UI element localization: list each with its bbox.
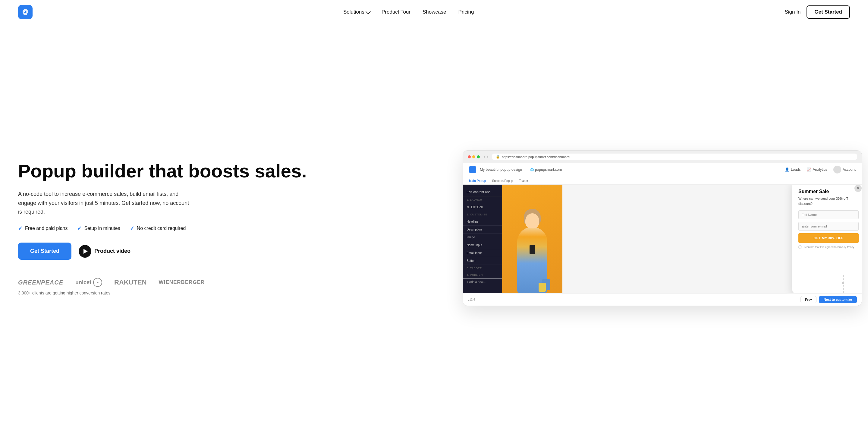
hero-clients-text: 3,000+ clients are getting higher conver… [18, 290, 451, 295]
dash-logo-icon [469, 166, 476, 173]
field-item-description[interactable]: Description [463, 226, 502, 233]
hero-title: Popup builder that boosts sales. [18, 161, 451, 181]
dash-nav-analytics[interactable]: 📈 Analytics [807, 167, 827, 172]
check-item-setup: ✓ Setup in minutes [77, 225, 120, 232]
field-item-image[interactable]: Image [463, 233, 502, 242]
popup-email-input[interactable] [798, 222, 859, 231]
product-video-label: Product video [94, 248, 130, 254]
model-image-container [502, 184, 562, 293]
back-icon: ‹ [484, 154, 485, 159]
popup-tabs: Main Popup Success Popup Teaser [463, 176, 862, 184]
popup-checkbox-area: I confirm that I've agreed to Privacy Po… [798, 245, 859, 249]
brand-wienerberger: wienerberger [159, 279, 205, 285]
tab-main-popup[interactable]: Main Popup [466, 178, 489, 184]
popup-form-preview: ✕ Summer Sale Where can we send your 30%… [792, 184, 862, 293]
check-icon-noccard: ✓ [130, 225, 134, 232]
section-label-2: 2. Customize [463, 211, 502, 218]
bottom-bar-actions: Prev Next to customize [801, 296, 857, 303]
check-icon-setup: ✓ [77, 225, 82, 232]
fields-list: Headline Description Image Name Input Em… [463, 218, 502, 265]
model-image [502, 184, 562, 293]
play-icon [79, 245, 91, 258]
section-label-1: 1. Launch [463, 196, 502, 203]
dash-nav-account[interactable]: Account [833, 166, 856, 173]
nav-links: Solutions Product Tour Showcase Pricing [343, 9, 474, 15]
nav-item-pricing[interactable]: Pricing [458, 9, 474, 15]
leads-label: Leads [791, 167, 801, 172]
popup-desc-start: Where can we send your [798, 197, 836, 200]
field-item-emailinput[interactable]: Email Input [463, 249, 502, 257]
prev-button[interactable]: Prev [801, 296, 816, 303]
check-label-setup: Setup in minutes [84, 226, 120, 231]
navbar: Solutions Product Tour Showcase Pricing … [0, 0, 868, 24]
nav-item-showcase[interactable]: Showcase [423, 9, 446, 15]
brand-unicef: unicef ✦ [75, 278, 102, 287]
popup-desc-end: discount? [798, 202, 812, 205]
getstarted-nav-button[interactable]: Get Started [807, 5, 850, 19]
brand-greenpeace: Greenpeace [18, 279, 63, 286]
section-label-3: 3. Target [463, 265, 502, 272]
browser-dots [468, 155, 480, 159]
section-label-4: 4. Publish [463, 272, 502, 278]
sidebar-editgen-label: Edit Gen... [471, 205, 485, 209]
dot-decoration [842, 282, 844, 284]
popup-form-title: Summer Sale [798, 189, 859, 194]
field-item-nameinput[interactable]: Name Input [463, 242, 502, 249]
nav-product-tour-label: Product Tour [381, 9, 410, 15]
hero-right: ‹ › 🔒 https://dashboard.popupsmart.com/d… [463, 150, 862, 306]
check-label-free: Free and paid plans [25, 226, 67, 231]
dashboard-preview: ‹ › 🔒 https://dashboard.popupsmart.com/d… [463, 150, 862, 306]
leads-icon: 👤 [785, 167, 789, 172]
hero-description: A no-code tool to increase e-commerce sa… [18, 190, 193, 217]
check-label-noccard: No credit card required [137, 226, 186, 231]
editor-sidebar: Edit content and... 1. Launch ⚙ Edit Gen… [463, 184, 502, 293]
getstarted-hero-button[interactable]: Get Started [18, 243, 71, 260]
gear-icon: ⚙ [467, 205, 469, 209]
product-video-button[interactable]: Product video [79, 245, 130, 258]
check-item-noccard: ✓ No credit card required [130, 225, 186, 232]
popup-form-description: Where can we send your 30% off discount? [798, 196, 859, 206]
privacy-label: I confirm that I've agreed to Privacy Po… [804, 246, 855, 249]
popup-desc-highlight: 30% off [836, 197, 848, 200]
signin-button[interactable]: Sign In [784, 9, 801, 15]
dash-nav-right: 👤 Leads 📈 Analytics Account [785, 166, 856, 173]
account-label: Account [843, 167, 856, 172]
nav-item-product-tour[interactable]: Product Tour [381, 9, 410, 15]
tab-teaser-label: Teaser [519, 179, 528, 182]
browser-dot-red [468, 155, 471, 159]
hero-checks: ✓ Free and paid plans ✓ Setup in minutes… [18, 225, 451, 232]
tab-main-label: Main Popup [469, 179, 486, 182]
nav-item-solutions[interactable]: Solutions [343, 9, 370, 15]
site-name-text: popupsmart.com [535, 167, 562, 172]
forward-icon: › [487, 154, 489, 159]
sidebar-item-editgen[interactable]: ⚙ Edit Gen... [463, 203, 502, 211]
browser-dot-yellow [472, 155, 475, 159]
analytics-icon: 📈 [807, 167, 811, 172]
unicef-logo-icon: ✦ [93, 278, 102, 287]
add-new-item[interactable]: + Add a new... [463, 278, 502, 285]
tab-success-label: Success Popup [492, 179, 513, 182]
tab-success-popup[interactable]: Success Popup [489, 178, 516, 184]
editor-canvas: ✕ Summer Sale Where can we send your 30%… [502, 184, 862, 293]
popup-fullname-input[interactable] [798, 210, 859, 219]
dash-popup-name: My beautiful popup design [480, 167, 522, 172]
popup-name-text: My beautiful popup design [480, 167, 522, 172]
tab-teaser[interactable]: Teaser [516, 178, 531, 184]
privacy-checkbox[interactable] [798, 245, 802, 249]
nav-showcase-label: Showcase [423, 9, 446, 15]
popup-close-button[interactable]: ✕ [855, 184, 862, 192]
popup-cta-button[interactable]: GET MY 30% OFF [798, 233, 859, 243]
logo[interactable] [18, 5, 33, 19]
field-item-headline[interactable]: Headline [463, 218, 502, 226]
dash-nav-leads[interactable]: 👤 Leads [785, 167, 801, 172]
field-item-button[interactable]: Button [463, 257, 502, 265]
play-triangle-icon [84, 249, 88, 254]
dash-nav-left: My beautiful popup design | 🌐 popupsmart… [469, 166, 562, 173]
browser-bar: ‹ › 🔒 https://dashboard.popupsmart.com/d… [463, 150, 862, 163]
avatar [833, 166, 841, 173]
next-customize-button[interactable]: Next to customize [819, 296, 857, 303]
unicef-label: unicef [75, 279, 91, 286]
chevron-down-icon [366, 9, 371, 14]
editor-area: Edit content and... 1. Launch ⚙ Edit Gen… [463, 184, 862, 293]
editor-title: Edit content and... [463, 188, 502, 196]
